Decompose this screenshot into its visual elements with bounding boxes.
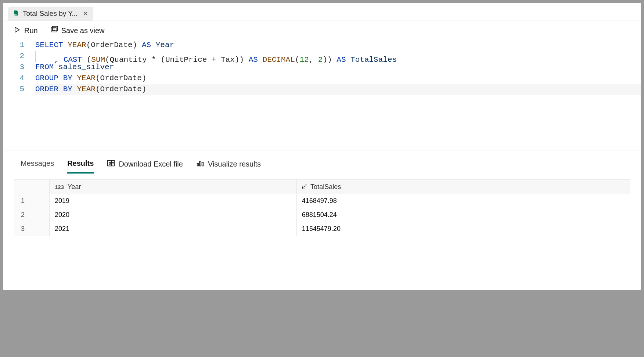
token-plain: ( xyxy=(295,56,300,64)
data-cell[interactable]: 4168497.98 xyxy=(296,194,630,208)
svg-rect-5 xyxy=(108,161,114,166)
save-view-label: Save as view xyxy=(61,26,105,35)
token-ident: Year xyxy=(156,41,174,49)
line-number: 1 xyxy=(3,40,24,51)
token-plain: )) xyxy=(323,56,337,64)
token-kw: AS xyxy=(142,41,151,49)
query-toolbar: Run Save as view xyxy=(3,21,641,38)
token-num: 12 xyxy=(299,56,309,64)
col-name: Year xyxy=(68,183,81,191)
sql-editor[interactable]: 12345 SELECT YEAR(OrderDate) AS Year , C… xyxy=(3,38,641,106)
line-number: 3 xyxy=(3,62,24,73)
chart-icon xyxy=(196,159,204,169)
svg-text:SQL: SQL xyxy=(14,14,18,16)
svg-rect-10 xyxy=(199,161,201,166)
tab-total-sales[interactable]: SQL Total Sales by Y... ✕ xyxy=(8,7,93,21)
token-plain xyxy=(58,74,63,82)
line-number: 2 xyxy=(3,51,24,62)
token-fn: YEAR xyxy=(68,41,86,49)
token-kw: SELECT xyxy=(35,41,63,49)
visualize-label: Visualize results xyxy=(208,160,261,168)
code-line[interactable]: SELECT YEAR(OrderDate) AS Year xyxy=(35,40,641,51)
token-plain xyxy=(258,56,263,64)
data-cell[interactable]: 2021 xyxy=(50,222,297,236)
token-plain xyxy=(72,74,77,82)
run-label: Run xyxy=(24,26,38,35)
run-button[interactable]: Run xyxy=(13,26,38,35)
save-view-icon xyxy=(50,26,58,35)
token-plain: (OrderDate) xyxy=(96,85,147,93)
token-plain xyxy=(58,85,63,93)
row-number-cell: 2 xyxy=(14,208,50,222)
line-number: 5 xyxy=(3,84,24,95)
token-kw: FROM xyxy=(35,63,54,71)
token-fn: DECIMAL xyxy=(263,56,295,64)
excel-icon xyxy=(107,159,115,169)
table-row[interactable]: 220206881504.24 xyxy=(14,208,630,222)
token-ident: TotalSales xyxy=(346,56,397,64)
token-plain: (Quantity * (UnitPrice + Tax)) xyxy=(105,56,249,64)
sql-file-icon: SQL xyxy=(12,10,19,17)
download-excel-label: Download Excel file xyxy=(119,160,183,168)
table-row[interactable]: 120194168497.98 xyxy=(14,194,630,208)
visualize-results-button[interactable]: Visualize results xyxy=(196,159,261,174)
token-kw: GROUP xyxy=(35,74,58,82)
token-plain: , xyxy=(309,56,318,64)
results-bar: Messages Results Download Excel file Vis… xyxy=(3,150,641,174)
row-number-header xyxy=(14,180,50,194)
tab-title: Total Sales by Y... xyxy=(23,10,78,18)
sql-editor-window: SQL Total Sales by Y... ✕ Run Save as vi… xyxy=(3,3,641,290)
col-name: TotalSales xyxy=(310,183,341,191)
col-header-totalsales[interactable]: ex TotalSales xyxy=(296,180,630,194)
code-line[interactable]: , CAST (SUM(Quantity * (UnitPrice + Tax)… xyxy=(35,51,641,62)
code-line[interactable]: GROUP BY YEAR(OrderDate) xyxy=(35,73,641,84)
play-icon xyxy=(13,26,21,35)
tab-messages[interactable]: Messages xyxy=(21,159,54,174)
tab-bar: SQL Total Sales by Y... ✕ xyxy=(3,3,641,21)
svg-rect-9 xyxy=(197,163,199,166)
token-kw: BY xyxy=(63,85,72,93)
indent-guide xyxy=(35,51,36,62)
numeric-type-icon: 123 xyxy=(55,184,64,190)
token-plain xyxy=(151,41,156,49)
line-number-gutter: 12345 xyxy=(3,40,35,95)
header-row: 123 Year ex TotalSales xyxy=(14,180,630,194)
download-excel-button[interactable]: Download Excel file xyxy=(107,159,183,174)
data-cell[interactable]: 2019 xyxy=(50,194,297,208)
col-header-year[interactable]: 123 Year xyxy=(50,180,297,194)
code-area[interactable]: SELECT YEAR(OrderDate) AS Year , CAST (S… xyxy=(35,40,641,95)
token-fn: YEAR xyxy=(77,85,95,93)
row-number-cell: 3 xyxy=(14,222,50,236)
row-number-cell: 1 xyxy=(14,194,50,208)
svg-rect-11 xyxy=(202,162,204,166)
token-plain xyxy=(72,85,77,93)
save-as-view-button[interactable]: Save as view xyxy=(50,26,105,35)
token-num: 2 xyxy=(318,56,323,64)
line-number: 4 xyxy=(3,73,24,84)
token-plain: (OrderDate) xyxy=(86,41,142,49)
token-plain: (OrderDate) xyxy=(96,74,147,82)
data-cell[interactable]: 11545479.20 xyxy=(296,222,630,236)
table-row[interactable]: 3202111545479.20 xyxy=(14,222,630,236)
token-plain xyxy=(63,41,68,49)
code-line[interactable]: ORDER BY YEAR(OrderDate) xyxy=(35,84,641,95)
close-icon[interactable]: ✕ xyxy=(83,10,88,18)
tab-results[interactable]: Results xyxy=(67,159,94,174)
results-table: 123 Year ex TotalSales 120194168497.9822… xyxy=(14,179,630,236)
expression-type-icon: ex xyxy=(302,183,307,191)
token-ident: sales_silver xyxy=(54,63,114,71)
token-kw: BY xyxy=(63,74,72,82)
data-cell[interactable]: 2020 xyxy=(50,208,297,222)
token-kw: ORDER xyxy=(35,85,58,93)
token-kw: AS xyxy=(337,56,346,64)
token-kw: AS xyxy=(249,56,258,64)
data-cell[interactable]: 6881504.24 xyxy=(296,208,630,222)
token-fn: YEAR xyxy=(77,74,95,82)
